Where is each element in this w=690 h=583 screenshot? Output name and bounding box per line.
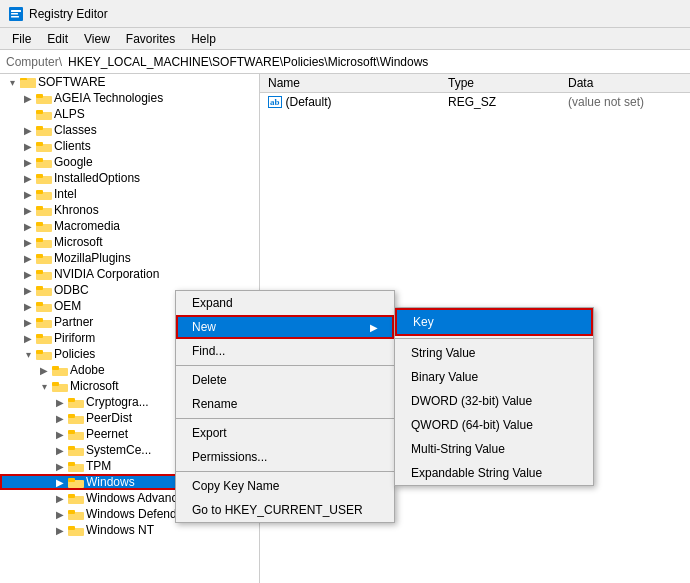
col-type[interactable]: Type	[440, 74, 560, 93]
expand-khronos[interactable]: ▶	[20, 205, 36, 216]
tree-label-windows-nt: Windows NT	[86, 523, 154, 537]
svg-rect-36	[36, 318, 43, 322]
expand-piriform[interactable]: ▶	[20, 333, 36, 344]
submenu-string-value[interactable]: String Value	[395, 341, 593, 365]
tree-item-google[interactable]: ▶ Google	[0, 154, 259, 170]
expand-macromedia[interactable]: ▶	[20, 221, 36, 232]
svg-rect-14	[36, 142, 43, 146]
expand-tpm[interactable]: ▶	[52, 461, 68, 472]
tree-item-khronos[interactable]: ▶ Khronos	[0, 202, 259, 218]
context-menu-find-label: Find...	[192, 344, 225, 358]
expand-windows-nt[interactable]: ▶	[52, 525, 68, 536]
submenu-expandable-string-value[interactable]: Expandable String Value	[395, 461, 593, 485]
context-menu-rename-label: Rename	[192, 397, 237, 411]
expand-policies[interactable]: ▾	[20, 349, 36, 360]
svg-rect-12	[36, 126, 43, 130]
expand-intel[interactable]: ▶	[20, 189, 36, 200]
svg-rect-18	[36, 174, 43, 178]
tree-item-mozillaplugins[interactable]: ▶ MozillaPlugins	[0, 250, 259, 266]
submenu-key[interactable]: Key	[395, 308, 593, 336]
tree-label-oem: OEM	[54, 299, 81, 313]
submenu-string-value-label: String Value	[411, 346, 475, 360]
expand-classes[interactable]: ▶	[20, 125, 36, 136]
expand-odbc[interactable]: ▶	[20, 285, 36, 296]
context-menu-delete[interactable]: Delete	[176, 368, 394, 392]
tree-item-nvidia[interactable]: ▶ NVIDIA Corporation	[0, 266, 259, 282]
expand-windows[interactable]: ▶	[52, 477, 68, 488]
expand-microsoft-l1[interactable]: ▶	[20, 237, 36, 248]
tree-item-microsoft-l1[interactable]: ▶ Microsoft	[0, 234, 259, 250]
expand-peerdist[interactable]: ▶	[52, 413, 68, 424]
expand-peernet[interactable]: ▶	[52, 429, 68, 440]
folder-icon-classes	[36, 123, 52, 137]
expand-partner[interactable]: ▶	[20, 317, 36, 328]
svg-rect-30	[36, 270, 43, 274]
submenu-binary-value[interactable]: Binary Value	[395, 365, 593, 389]
context-menu-expand[interactable]: Expand	[176, 291, 394, 315]
context-menu-find[interactable]: Find...	[176, 339, 394, 363]
tree-item-windows-nt[interactable]: ▶ Windows NT	[0, 522, 259, 538]
context-menu-copy-key[interactable]: Copy Key Name	[176, 474, 394, 498]
expand-systemce[interactable]: ▶	[52, 445, 68, 456]
submenu-dword-value[interactable]: DWORD (32-bit) Value	[395, 389, 593, 413]
svg-rect-52	[68, 446, 75, 450]
expand-oem[interactable]: ▶	[20, 301, 36, 312]
submenu-arrow-new: ▶	[370, 322, 378, 333]
expand-nvidia[interactable]: ▶	[20, 269, 36, 280]
tree-item-ageia[interactable]: ▶ AGEIA Technologies	[0, 90, 259, 106]
menu-edit[interactable]: Edit	[39, 30, 76, 48]
context-menu-new[interactable]: New ▶	[176, 315, 394, 339]
tree-item-classes[interactable]: ▶ Classes	[0, 122, 259, 138]
expand-ageia[interactable]: ▶	[20, 93, 36, 104]
expand-software[interactable]: ▾	[4, 77, 20, 88]
expand-cryptogra[interactable]: ▶	[52, 397, 68, 408]
expand-windows-defender[interactable]: ▶	[52, 509, 68, 520]
menu-help[interactable]: Help	[183, 30, 224, 48]
folder-icon-tpm	[68, 459, 84, 473]
submenu-multi-string-value[interactable]: Multi-String Value	[395, 437, 593, 461]
tree-item-software[interactable]: ▾ SOFTWARE	[0, 74, 259, 90]
expand-google[interactable]: ▶	[20, 157, 36, 168]
col-name[interactable]: Name	[260, 74, 440, 93]
svg-rect-58	[68, 494, 75, 498]
context-menu-permissions[interactable]: Permissions...	[176, 445, 394, 469]
menu-view[interactable]: View	[76, 30, 118, 48]
submenu-expandable-string-value-label: Expandable String Value	[411, 466, 542, 480]
folder-icon-ageia	[36, 91, 52, 105]
folder-icon-intel	[36, 187, 52, 201]
expand-windows-advanced[interactable]: ▶	[52, 493, 68, 504]
submenu-qword-value[interactable]: QWORD (64-bit) Value	[395, 413, 593, 437]
folder-icon-windows-nt	[68, 523, 84, 537]
context-menu-expand-label: Expand	[192, 296, 233, 310]
menu-file[interactable]: File	[4, 30, 39, 48]
submenu-separator	[395, 338, 593, 339]
tree-item-installedoptions[interactable]: ▶ InstalledOptions	[0, 170, 259, 186]
col-data[interactable]: Data	[560, 74, 690, 93]
folder-icon-microsoft-policies	[52, 379, 68, 393]
expand-adobe[interactable]: ▶	[36, 365, 52, 376]
tree-item-intel[interactable]: ▶ Intel	[0, 186, 259, 202]
tree-item-clients[interactable]: ▶ Clients	[0, 138, 259, 154]
svg-rect-1	[11, 10, 21, 12]
context-menu-export[interactable]: Export	[176, 421, 394, 445]
context-menu-goto-hkcu[interactable]: Go to HKEY_CURRENT_USER	[176, 498, 394, 522]
svg-rect-28	[36, 254, 43, 258]
regedit-icon	[8, 6, 24, 22]
tree-label-systemce: SystemCe...	[86, 443, 151, 457]
svg-rect-50	[68, 430, 75, 434]
folder-icon-odbc	[36, 283, 52, 297]
address-path: HKEY_LOCAL_MACHINE\SOFTWARE\Policies\Mic…	[68, 55, 428, 69]
folder-icon-adobe	[52, 363, 68, 377]
folder-icon-nvidia	[36, 267, 52, 281]
expand-installedoptions[interactable]: ▶	[20, 173, 36, 184]
svg-rect-62	[68, 526, 75, 530]
menu-favorites[interactable]: Favorites	[118, 30, 183, 48]
tree-item-alps[interactable]: ▶ ALPS	[0, 106, 259, 122]
expand-mozillaplugins[interactable]: ▶	[20, 253, 36, 264]
folder-icon-cryptogra	[68, 395, 84, 409]
tree-item-macromedia[interactable]: ▶ Macromedia	[0, 218, 259, 234]
expand-microsoft-policies[interactable]: ▾	[36, 381, 52, 392]
folder-icon-peernet	[68, 427, 84, 441]
expand-clients[interactable]: ▶	[20, 141, 36, 152]
context-menu-rename[interactable]: Rename	[176, 392, 394, 416]
